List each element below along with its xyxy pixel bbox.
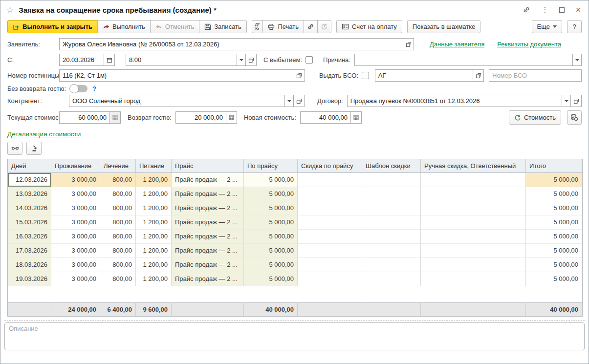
- cell-meals[interactable]: 1 200,00: [136, 215, 172, 230]
- cell-manual[interactable]: [421, 272, 526, 286]
- cell-stay[interactable]: 3 000,00: [51, 230, 100, 244]
- reason-input[interactable]: [355, 54, 572, 65]
- col-header-days[interactable]: Дней: [8, 159, 51, 173]
- cell-date[interactable]: 13.03.2026: [8, 187, 51, 201]
- cell-discount[interactable]: [298, 201, 362, 215]
- go-to-end-button[interactable]: [26, 142, 42, 155]
- cell-manual[interactable]: [421, 215, 526, 230]
- cell-total[interactable]: 5 000,00: [526, 272, 582, 286]
- cell-treatment[interactable]: 800,00: [100, 173, 136, 187]
- cost-details-link[interactable]: Детализация стоимости: [7, 130, 81, 138]
- cell-price[interactable]: Прайс продаж — 2 ...: [172, 201, 244, 215]
- from-date-input[interactable]: [60, 54, 104, 65]
- print-button[interactable]: Печать: [262, 20, 304, 33]
- col-header-manual-discount[interactable]: Ручная скидка, Ответственный: [421, 159, 526, 173]
- cell-template[interactable]: [362, 230, 421, 244]
- cell-manual[interactable]: [421, 173, 526, 187]
- cell-treatment[interactable]: 800,00: [100, 272, 136, 286]
- cell-total[interactable]: 5 000,00: [526, 201, 582, 215]
- room-choose-icon[interactable]: [294, 70, 305, 81]
- cell-price[interactable]: Прайс продаж — 2 ...: [172, 272, 244, 286]
- cell-meals[interactable]: 1 200,00: [136, 201, 172, 215]
- col-header-stay[interactable]: Проживание: [51, 159, 100, 173]
- counterparty-input[interactable]: [69, 95, 284, 107]
- cell-total[interactable]: 5 000,00: [526, 244, 582, 258]
- post-button[interactable]: Выполнить: [97, 20, 151, 33]
- cell-manual[interactable]: [421, 244, 526, 258]
- cell-by_price[interactable]: 5 000,00: [244, 187, 298, 201]
- cell-total[interactable]: 5 000,00: [526, 187, 582, 201]
- doc-requisites-link[interactable]: Реквизиты документа: [497, 41, 561, 48]
- contract-dropdown-icon[interactable]: [562, 95, 570, 107]
- dtkt-button[interactable]: ДтКт: [252, 20, 263, 33]
- cell-template[interactable]: [362, 258, 421, 272]
- time-choose-icon[interactable]: [245, 54, 256, 65]
- cell-by_price[interactable]: 5 000,00: [244, 244, 298, 258]
- cell-stay[interactable]: 3 000,00: [51, 187, 100, 201]
- bso-series-input[interactable]: [375, 70, 473, 81]
- help-button[interactable]: ?: [567, 20, 582, 33]
- save-button[interactable]: Записать: [199, 20, 247, 33]
- cell-treatment[interactable]: 800,00: [100, 187, 136, 201]
- no-refund-toggle[interactable]: [70, 85, 87, 92]
- issue-bso-checkbox[interactable]: [362, 72, 369, 79]
- cell-meals[interactable]: 1 200,00: [136, 173, 172, 187]
- cell-total[interactable]: 5 000,00: [526, 173, 582, 187]
- cell-template[interactable]: [362, 187, 421, 201]
- room-input[interactable]: [60, 70, 294, 81]
- cell-treatment[interactable]: 800,00: [100, 215, 136, 230]
- cell-by_price[interactable]: 5 000,00: [244, 230, 298, 244]
- counterparty-choose-icon[interactable]: [293, 95, 304, 107]
- bso-number-input[interactable]: [489, 70, 581, 81]
- maximize-icon[interactable]: [559, 7, 565, 13]
- cell-discount[interactable]: [298, 244, 362, 258]
- cell-discount[interactable]: [298, 258, 362, 272]
- favorite-star-icon[interactable]: ☆: [6, 5, 14, 15]
- cell-template[interactable]: [362, 244, 421, 258]
- post-and-close-button[interactable]: Выполнить и закрыть: [7, 20, 98, 33]
- window-menu-icon[interactable]: ⋮: [541, 5, 548, 14]
- cell-date[interactable]: 14.03.2026: [8, 201, 51, 215]
- col-header-total[interactable]: Итого: [526, 159, 582, 173]
- applicant-choose-icon[interactable]: [403, 39, 414, 50]
- from-time-input[interactable]: [126, 54, 237, 65]
- cell-stay[interactable]: 3 000,00: [51, 272, 100, 286]
- no-refund-help-link[interactable]: ?: [92, 85, 96, 92]
- new-cost-calc-icon[interactable]: [350, 112, 361, 123]
- cell-date[interactable]: 16.03.2026: [8, 230, 51, 244]
- calendar-icon[interactable]: [104, 54, 114, 65]
- cell-stay[interactable]: 3 000,00: [51, 258, 100, 272]
- cell-total[interactable]: 5 000,00: [526, 258, 582, 272]
- cell-manual[interactable]: [421, 230, 526, 244]
- col-header-by-price[interactable]: По прайсу: [244, 159, 298, 173]
- cell-total[interactable]: 5 000,00: [526, 230, 582, 244]
- close-icon[interactable]: ×: [575, 5, 581, 14]
- cell-date[interactable]: 12.03.2026: [8, 173, 51, 187]
- cell-by_price[interactable]: 5 000,00: [244, 173, 298, 187]
- col-header-meals[interactable]: Питание: [136, 159, 172, 173]
- new-cost-input[interactable]: [301, 112, 350, 123]
- current-cost-calc-icon[interactable]: [109, 112, 120, 123]
- cell-template[interactable]: [362, 215, 421, 230]
- with-departure-checkbox[interactable]: [305, 56, 313, 64]
- cell-treatment[interactable]: 800,00: [100, 201, 136, 215]
- cell-meals[interactable]: 1 200,00: [136, 272, 172, 286]
- cell-stay[interactable]: 3 000,00: [51, 201, 100, 215]
- cell-treatment[interactable]: 800,00: [100, 230, 136, 244]
- show-in-chessboard-button[interactable]: Показать в шахматке: [407, 20, 480, 33]
- cell-template[interactable]: [362, 272, 421, 286]
- cell-stay[interactable]: 3 000,00: [51, 215, 100, 230]
- bso-series-choose-icon[interactable]: [473, 70, 483, 81]
- cell-by_price[interactable]: 5 000,00: [244, 272, 298, 286]
- description-textarea[interactable]: [4, 322, 585, 350]
- cell-date[interactable]: 18.03.2026: [8, 258, 51, 272]
- cell-manual[interactable]: [421, 187, 526, 201]
- cell-meals[interactable]: 1 200,00: [136, 230, 172, 244]
- cell-template[interactable]: [362, 201, 421, 215]
- cell-meals[interactable]: 1 200,00: [136, 258, 172, 272]
- cell-price[interactable]: Прайс продаж — 2 ...: [172, 187, 244, 201]
- contract-input[interactable]: [348, 95, 562, 107]
- cell-discount[interactable]: [298, 230, 362, 244]
- counterparty-dropdown-icon[interactable]: [284, 95, 293, 107]
- cell-by_price[interactable]: 5 000,00: [244, 201, 298, 215]
